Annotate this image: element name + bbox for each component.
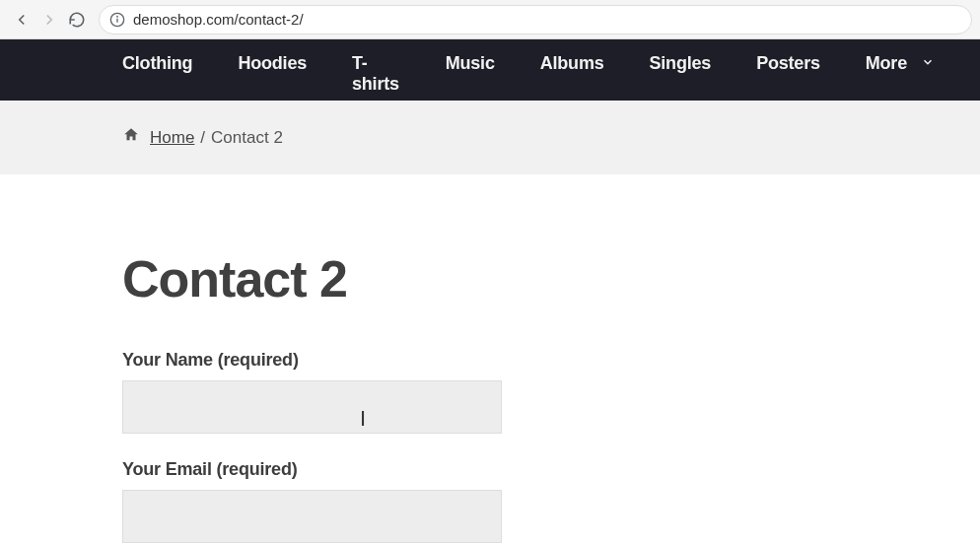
nav-item-music[interactable]: Music (446, 53, 495, 74)
page-title: Contact 2 (122, 249, 980, 308)
nav-item-tshirts[interactable]: T-shirts (352, 53, 400, 95)
arrow-right-icon (40, 11, 58, 29)
browser-toolbar: demoshop.com/contact-2/ (0, 0, 980, 39)
name-label: Your Name (required) (122, 350, 980, 371)
url-text: demoshop.com/contact-2/ (133, 11, 304, 28)
breadcrumb-current: Contact 2 (211, 128, 283, 148)
nav-item-albums[interactable]: Albums (540, 53, 604, 74)
nav-item-posters[interactable]: Posters (756, 53, 820, 74)
breadcrumb-separator: / (200, 128, 205, 148)
breadcrumb: Home / Contact 2 (0, 101, 980, 174)
nav-item-singles[interactable]: Singles (650, 53, 712, 74)
arrow-left-icon (13, 11, 31, 29)
nav-item-clothing[interactable]: Clothing (122, 53, 192, 74)
svg-point-2 (117, 16, 118, 17)
info-icon (109, 12, 125, 28)
name-input[interactable] (122, 380, 502, 434)
home-icon[interactable] (122, 126, 140, 149)
reload-button[interactable] (63, 6, 91, 34)
breadcrumb-home-link[interactable]: Home (150, 128, 194, 148)
reload-icon (68, 11, 86, 29)
nav-item-hoodies[interactable]: Hoodies (238, 53, 307, 74)
nav-more-label: More (866, 53, 907, 74)
email-label: Your Email (required) (122, 459, 980, 480)
page-content: Contact 2 Your Name (required) Your Emai… (0, 174, 980, 544)
nav-item-more[interactable]: More (866, 53, 935, 74)
address-bar[interactable]: demoshop.com/contact-2/ (99, 5, 972, 34)
email-input[interactable] (122, 490, 502, 543)
site-info-icon[interactable] (109, 12, 125, 28)
primary-nav: Clothing Hoodies T-shirts Music Albums S… (0, 39, 980, 101)
back-button[interactable] (8, 6, 35, 34)
chevron-down-icon (921, 53, 935, 74)
forward-button[interactable] (35, 6, 63, 34)
